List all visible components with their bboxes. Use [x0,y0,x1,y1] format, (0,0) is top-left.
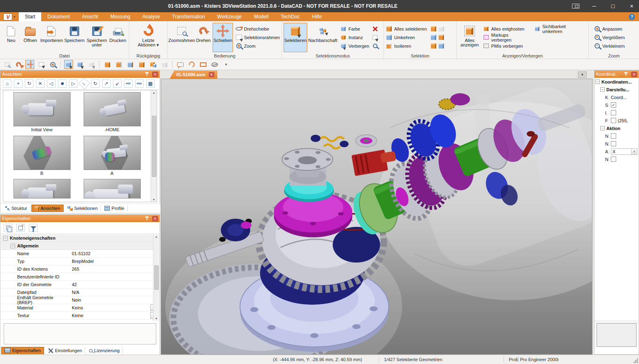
view-next-icon[interactable]: ▷ [69,79,78,88]
view-export-icon[interactable]: ↗ [102,79,111,88]
qa-pan-icon[interactable] [25,60,34,69]
checkbox-unchecked[interactable] [611,157,616,162]
hide-pmis-button[interactable]: PMIs verbergen [483,42,530,49]
select-sheet-icon[interactable] [372,34,379,41]
collapse-icon[interactable]: − [11,244,15,248]
qa-ghost-icon[interactable] [160,60,169,69]
tab-hilfe[interactable]: Hilfe [306,12,328,21]
scroll-down-icon[interactable]: ▼ [153,198,155,201]
chevron-down-icon[interactable]: ∨ [631,149,637,154]
select-instance-button[interactable]: Instanz [340,34,369,41]
pan-button[interactable]: Schieben [213,23,233,52]
qa-select-hidden-icon[interactable] [87,60,96,69]
3d-model[interactable] [161,79,592,354]
property-value[interactable]: Keins ∨ [69,304,159,311]
property-subsection[interactable]: − Allgemein [1,242,159,250]
tab-transformation[interactable]: Transformation [166,12,211,21]
properties-scrollbar[interactable]: ▲ ▼ [153,234,159,321]
view-thumbnail-image[interactable] [13,92,71,126]
close-icon[interactable]: × [152,72,158,77]
view-refresh-all-icon[interactable]: ↻ [91,79,100,88]
collapse-icon[interactable]: − [600,87,605,92]
checkbox-unchecked[interactable] [611,110,616,115]
selection-op-2-icon[interactable] [430,34,437,41]
scroll-down-icon[interactable]: ▼ [155,317,158,320]
view-thumbnail-home[interactable]: -HOME [82,92,143,135]
3d-canvas[interactable] [161,79,592,355]
view-stop-icon[interactable]: ■ [58,79,67,88]
tab-eigenschaften[interactable]: Eigenschaften [1,347,44,354]
tab-werkzeuge[interactable]: Werkzeuge [211,12,248,21]
invert-selection-button[interactable]: Umkehren [386,34,427,41]
view-thumbnail-image[interactable] [84,92,141,126]
selection-op-6-icon[interactable] [438,42,445,49]
select-id-icon[interactable] [372,42,379,49]
close-icon[interactable]: × [631,72,637,77]
axis-select[interactable]: X ∨ [611,148,637,155]
view-home-icon[interactable]: ⌂ [3,79,11,88]
view-thumbnail-image[interactable] [13,179,71,199]
qa-redline-circle-icon[interactable] [187,60,196,69]
tab-techdoc[interactable]: TechDoc [275,12,306,21]
tab-start[interactable]: Start [19,12,41,21]
property-value[interactable]: Keine ∨ [69,312,159,319]
property-value[interactable]: 01-51102 [69,251,159,256]
qa-zoom-icon[interactable] [48,60,57,69]
app-menu-button[interactable]: V ▾ [0,12,19,21]
open-button[interactable]: Öffnen [21,23,40,52]
selection-op-3-icon[interactable] [430,42,437,49]
qa-redline-ellipse-icon[interactable] [210,60,219,69]
scroll-up-icon[interactable]: ▲ [153,91,155,94]
tab-dokument[interactable]: Dokument [41,12,76,21]
qa-select-neighbour-icon[interactable] [75,60,84,69]
turntable-button[interactable]: Drehscheibe [235,25,280,32]
new-button[interactable]: Neu [2,23,21,52]
scrollbar-thumb[interactable] [154,265,159,290]
coord-value[interactable]: Coord... [611,95,627,100]
view-thumbnail-image[interactable] [13,136,71,170]
import-button[interactable]: Importieren [40,23,64,52]
zoom-frame-button[interactable]: Zoomrahmen [169,23,194,52]
save-as-button[interactable]: Speichern unter [85,23,108,52]
view-thumbnail-initial[interactable]: Initial View [11,92,73,135]
zoom-in-button[interactable]: Vergrößern [594,34,625,41]
color-swatch[interactable] [611,118,616,123]
tab-selektionen[interactable]: Selektionen [64,205,101,212]
scroll-up-icon[interactable]: ▲ [155,235,158,238]
close-icon[interactable]: × [152,216,158,221]
coord-tree-aktion[interactable]: − Aktion [595,124,639,132]
view-gallery-icon[interactable]: ▦ [146,79,155,88]
selection-op-5-icon[interactable] [438,34,445,41]
help-icon[interactable]: ? [629,14,635,20]
tab-struktur[interactable]: Struktur [2,205,31,212]
selection-op-4-icon[interactable] [438,25,445,32]
view-thumbnail-b[interactable]: B [11,136,73,179]
minimize-button[interactable]: ─ [590,3,598,9]
tab-einstellungen[interactable]: Einstellungen [45,347,85,354]
qa-markup-icon[interactable] [176,60,185,69]
view-update-icon[interactable]: ↻ [25,79,33,88]
collapse-icon[interactable]: − [595,79,600,84]
selection-frame-button[interactable]: Selektionsrahmen [235,34,280,41]
qa-show-all-icon[interactable] [137,60,146,69]
clear-selection-icon[interactable] [372,25,379,32]
view-import-icon[interactable]: ↙ [113,79,122,88]
select-button[interactable]: Selektieren [284,23,307,52]
close-button[interactable]: × [628,3,636,9]
view-previous-icon[interactable]: ◁ [47,79,55,88]
view-thumbnail-5[interactable] [11,179,73,200]
unghost-all-button[interactable]: Alles entghosten [483,25,530,32]
maximize-button[interactable]: □ [609,3,617,9]
property-value[interactable]: Nein [69,298,159,302]
qa-select-all-icon[interactable] [103,60,112,69]
checkbox-checked[interactable]: ✓ [611,102,616,108]
hide-markups-button[interactable]: Markups verbergen [483,34,530,41]
tab-lizenzierung[interactable]: Lizenzierung [86,347,123,354]
toolbar-options-icon[interactable] [572,4,579,9]
property-value[interactable]: BrepModel [69,259,159,264]
checkbox-unchecked[interactable] [611,141,616,146]
qa-redline-rect-icon[interactable] [199,60,208,69]
tab-profile[interactable]: Profile [102,205,127,212]
scrollbar-thumb[interactable] [152,116,156,177]
view-pdf-export-icon[interactable]: PDF [124,79,133,88]
